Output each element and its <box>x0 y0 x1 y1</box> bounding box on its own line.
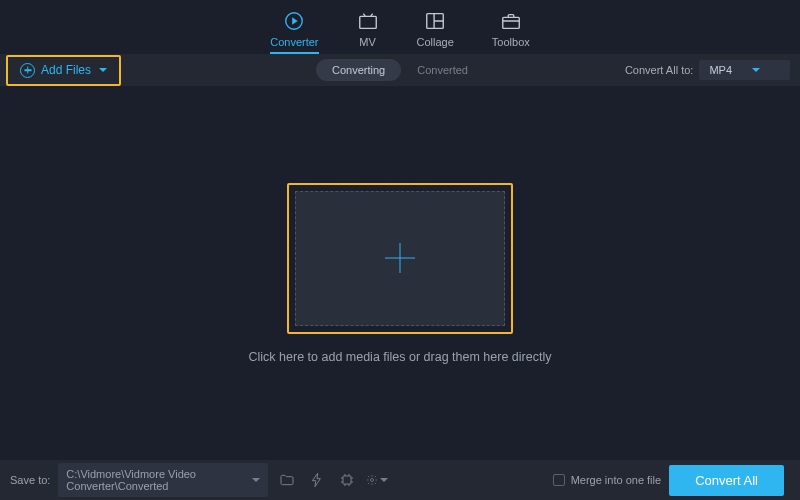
svg-rect-3 <box>503 17 520 28</box>
save-path-select[interactable]: C:\Vidmore\Vidmore Video Converter\Conve… <box>58 463 268 497</box>
nav-label: Collage <box>417 36 454 48</box>
format-select[interactable]: MP4 <box>699 60 790 80</box>
toolbox-icon <box>500 10 522 32</box>
nav-label: Toolbox <box>492 36 530 48</box>
save-to-label: Save to: <box>10 474 50 486</box>
merge-checkbox[interactable]: Merge into one file <box>553 474 662 486</box>
nav-tab-toolbox[interactable]: Toolbox <box>492 10 530 54</box>
chevron-down-icon <box>380 478 388 482</box>
drop-zone-highlight <box>287 183 513 334</box>
convert-all-button[interactable]: Convert All <box>669 465 784 496</box>
save-path-value: C:\Vidmore\Vidmore Video Converter\Conve… <box>66 468 252 492</box>
merge-label: Merge into one file <box>571 474 662 486</box>
convert-all-label: Convert All to: <box>625 64 693 76</box>
svg-point-5 <box>371 479 374 482</box>
chevron-down-icon <box>99 68 107 72</box>
add-files-button[interactable]: Add Files <box>12 59 115 82</box>
main-area: Click here to add media files or drag th… <box>0 86 800 460</box>
bottom-bar: Save to: C:\Vidmore\Vidmore Video Conver… <box>0 460 800 500</box>
open-folder-button[interactable] <box>276 469 298 491</box>
chevron-down-icon <box>252 478 260 482</box>
nav-tab-converter[interactable]: Converter <box>270 10 318 54</box>
add-files-highlight: Add Files <box>6 55 121 86</box>
settings-button[interactable] <box>366 469 388 491</box>
plus-icon <box>385 243 415 273</box>
nav-tab-mv[interactable]: MV <box>357 10 379 54</box>
chevron-down-icon <box>752 68 760 72</box>
checkbox-icon <box>553 474 565 486</box>
subtab-converting[interactable]: Converting <box>316 59 401 81</box>
converter-icon <box>283 10 305 32</box>
subtab-converted[interactable]: Converted <box>401 59 484 81</box>
nav-tab-collage[interactable]: Collage <box>417 10 454 54</box>
nav-label: MV <box>359 36 376 48</box>
secondary-bar: Add Files Converting Converted Convert A… <box>0 54 800 86</box>
svg-rect-4 <box>343 476 351 484</box>
add-files-label: Add Files <box>41 63 91 77</box>
drop-zone-text: Click here to add media files or drag th… <box>249 350 552 364</box>
nav-label: Converter <box>270 36 318 48</box>
mv-icon <box>357 10 379 32</box>
top-nav: Converter MV Collage Toolbox <box>0 0 800 54</box>
boost-off-button[interactable] <box>306 469 328 491</box>
sub-tabs: Converting Converted <box>316 59 484 81</box>
drop-zone[interactable] <box>295 191 505 326</box>
format-value: MP4 <box>709 64 732 76</box>
convert-all-to: Convert All to: MP4 <box>625 60 790 80</box>
gpu-off-button[interactable] <box>336 469 358 491</box>
svg-rect-1 <box>359 16 376 28</box>
collage-icon <box>424 10 446 32</box>
plus-circle-icon <box>20 63 35 78</box>
